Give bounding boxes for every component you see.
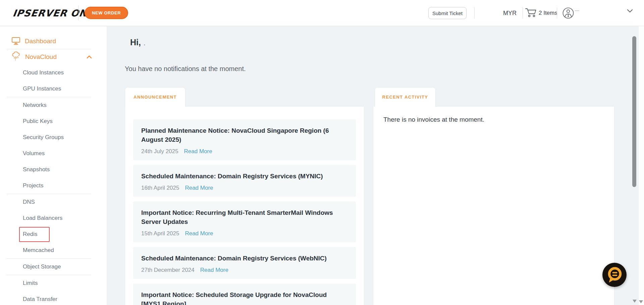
- announcement-title: Important Notice: Recurring Multi-Tenant…: [141, 208, 348, 226]
- page-greeting: Hi, .: [130, 38, 145, 47]
- user-avatar-button[interactable]: [562, 7, 574, 19]
- subitem-label: Load Balancers: [23, 215, 62, 222]
- greeting-suffix: .: [144, 41, 145, 46]
- sidebar-item-label: NovaCloud: [25, 53, 57, 61]
- subitem-label: Cloud Instances: [23, 69, 64, 76]
- new-order-label: NEW ORDER: [92, 10, 121, 15]
- content-scrollbar-thumb[interactable]: [632, 36, 636, 187]
- cart-icon: [525, 7, 537, 19]
- sidebar-item-dashboard[interactable]: Dashboard: [0, 34, 107, 49]
- novacloud-submenu: Cloud Instances GPU Instances Networks P…: [0, 65, 107, 305]
- sidebar-item-label: Dashboard: [25, 38, 56, 45]
- read-more-link[interactable]: Read More: [200, 267, 228, 273]
- announcement-card: Scheduled Maintenance: Domain Registry S…: [133, 165, 356, 197]
- announcement-title: Scheduled Maintenance: Domain Registry S…: [141, 172, 348, 181]
- user-icon: [562, 14, 574, 20]
- redacted-text-dash: [575, 10, 579, 11]
- sidebar-subitem-security-groups[interactable]: Security Groups: [0, 129, 107, 145]
- cart-count-label: 2 Items: [539, 10, 557, 16]
- read-more-link[interactable]: Read More: [185, 185, 213, 191]
- chat-bubble-icon: [602, 282, 627, 288]
- subitem-label: Redis: [23, 231, 37, 238]
- subitem-label: Snapshots: [23, 166, 50, 173]
- chevron-up-icon: [87, 54, 92, 60]
- subitem-label: DNS: [23, 199, 35, 205]
- subitem-label: Networks: [23, 102, 47, 109]
- announcement-date: 27th December 2024: [141, 267, 195, 273]
- logo-text: IPSERVER ONE: [12, 7, 95, 18]
- sidebar-subitem-gpu-instances[interactable]: GPU Instances: [0, 81, 107, 97]
- sidebar-subitem-redis[interactable]: Redis: [0, 226, 107, 242]
- currency-selector[interactable]: MYR: [503, 9, 517, 16]
- subitem-label: Security Groups: [23, 134, 64, 141]
- subitem-label: Public Keys: [23, 118, 53, 125]
- announcement-title: Scheduled Maintenance: Domain Registry S…: [141, 254, 348, 263]
- subitem-label: GPU Instances: [23, 85, 61, 92]
- cart-button[interactable]: 2 Items: [525, 7, 557, 19]
- announcement-title: Important Notice: Scheduled Storage Upgr…: [141, 290, 348, 305]
- sidebar-subitem-object-storage[interactable]: Object Storage: [0, 259, 107, 275]
- divider: [78, 6, 78, 20]
- sidebar-subitem-dns[interactable]: DNS: [0, 194, 107, 210]
- greeting-text: Hi,: [130, 38, 141, 47]
- announcement-panel: Planned Maintenance Notice: NovaCloud Si…: [125, 106, 364, 305]
- recent-activity-panel: There is no invoices at the moment.: [373, 106, 614, 305]
- sidebar-subitem-public-keys[interactable]: Public Keys: [0, 113, 107, 129]
- sidebar-subitem-volumes[interactable]: Volumes: [0, 145, 107, 162]
- divider: [523, 7, 523, 18]
- announcement-card: Important Notice: Scheduled Storage Upgr…: [133, 284, 356, 305]
- sidebar-subitem-load-balancers[interactable]: Load Balancers: [0, 210, 107, 226]
- sidebar-item-novacloud[interactable]: NovaCloud: [0, 49, 107, 65]
- subitem-label: Projects: [23, 182, 43, 189]
- chevron-down-icon[interactable]: [627, 8, 633, 14]
- tab-announcement[interactable]: ANNOUNCEMENT: [125, 87, 185, 107]
- sidebar: Dashboard NovaCloud Cloud Instances GPU …: [0, 26, 107, 305]
- announcement-date: 15th April 2025: [141, 230, 179, 237]
- divider: [474, 7, 475, 18]
- subitem-label: Volumes: [23, 150, 45, 157]
- announcement-card: Scheduled Maintenance: Domain Registry S…: [133, 247, 356, 279]
- recent-activity-empty-text: There is no invoices at the moment.: [383, 116, 604, 123]
- sidebar-subitem-data-transfer[interactable]: Data Transfer: [0, 291, 107, 305]
- sidebar-subitem-networks[interactable]: Networks: [0, 97, 107, 113]
- announcement-date: 16th April 2025: [141, 185, 179, 191]
- announcement-title: Planned Maintenance Notice: NovaCloud Si…: [141, 126, 348, 144]
- divider: [557, 7, 557, 18]
- sidebar-subitem-limits[interactable]: Limits: [0, 275, 107, 291]
- subitem-label: Data Transfer: [23, 296, 57, 303]
- sidebar-subitem-cloud-instances[interactable]: Cloud Instances: [0, 65, 107, 81]
- chat-widget-button[interactable]: [602, 263, 627, 287]
- new-order-button[interactable]: NEW ORDER: [85, 7, 128, 19]
- announcement-card: Planned Maintenance Notice: NovaCloud Si…: [133, 119, 356, 160]
- subitem-label: Object Storage: [23, 263, 61, 270]
- tab-label: RECENT ACTIVITY: [382, 95, 428, 100]
- submit-ticket-label: Submit Ticket: [432, 10, 463, 16]
- announcement-card: Important Notice: Recurring Multi-Tenant…: [133, 201, 356, 242]
- tab-recent-activity[interactable]: RECENT ACTIVITY: [375, 87, 436, 107]
- subitem-label: Memcached: [23, 247, 54, 254]
- app-header: IPSERVER ONE® NEW ORDER Submit Ticket MY…: [0, 0, 644, 26]
- read-more-link[interactable]: Read More: [185, 230, 213, 237]
- page-scroll-down-arrow[interactable]: [639, 300, 643, 303]
- sidebar-subitem-memcached[interactable]: Memcached: [0, 242, 107, 258]
- subitem-label: Limits: [23, 280, 38, 287]
- cloud-icon: [11, 52, 21, 62]
- monitor-icon: [11, 37, 20, 46]
- announcement-date: 24th July 2025: [141, 148, 178, 155]
- sidebar-subitem-snapshots[interactable]: Snapshots: [0, 162, 107, 178]
- sidebar-subitem-projects[interactable]: Projects: [0, 178, 107, 194]
- notification-empty-text: You have no notifications at the moment.: [125, 65, 246, 73]
- tab-label: ANNOUNCEMENT: [133, 95, 177, 100]
- content-scroll-down-arrow[interactable]: [633, 300, 637, 303]
- read-more-link[interactable]: Read More: [184, 148, 212, 155]
- page-scrollbar-track[interactable]: [638, 0, 644, 305]
- submit-ticket-button[interactable]: Submit Ticket: [428, 7, 467, 19]
